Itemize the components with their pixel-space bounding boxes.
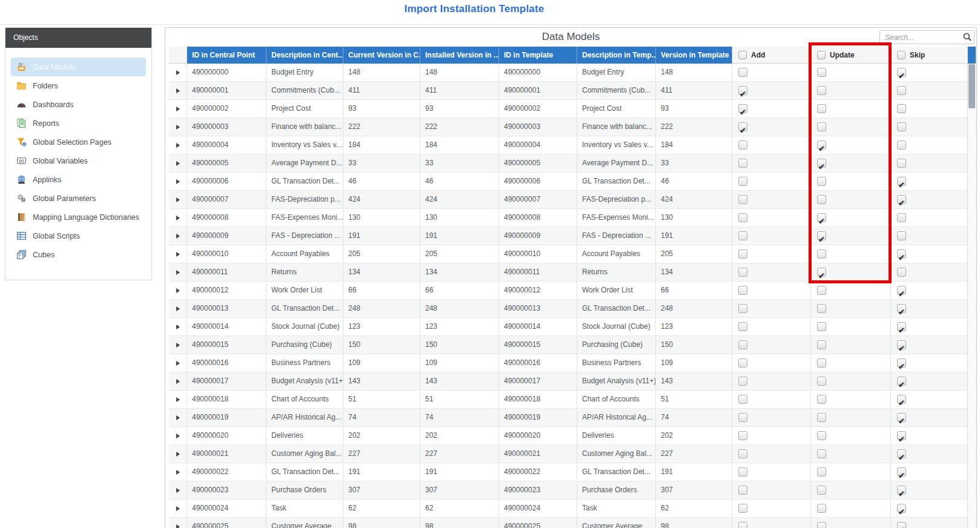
sidebar-item-cubes[interactable]: Cubes: [11, 245, 146, 264]
skip-checkbox[interactable]: [897, 104, 906, 113]
skip-checkbox[interactable]: [897, 231, 906, 240]
skip-checkbox[interactable]: [897, 322, 906, 331]
add-checkbox[interactable]: [738, 231, 747, 240]
row-expander[interactable]: [169, 481, 187, 499]
update-checkbox[interactable]: [817, 195, 826, 204]
row-expander[interactable]: [169, 64, 187, 81]
update-checkbox[interactable]: [817, 431, 826, 440]
update-checkbox[interactable]: [817, 413, 826, 422]
update-checkbox[interactable]: [817, 304, 826, 313]
add-checkbox[interactable]: [738, 322, 747, 331]
skip-checkbox[interactable]: [897, 140, 906, 150]
add-checkbox[interactable]: [738, 104, 747, 113]
skip-checkbox[interactable]: [897, 486, 906, 495]
col-header-installed-version[interactable]: Installed Version in ...: [420, 47, 499, 64]
update-checkbox[interactable]: [817, 140, 826, 150]
magnifier-icon[interactable]: [962, 32, 972, 42]
skip-checkbox[interactable]: [897, 68, 906, 77]
update-checkbox[interactable]: [817, 340, 826, 349]
sidebar-item-applinks[interactable]: Applinks: [11, 170, 146, 189]
row-expander[interactable]: [169, 191, 187, 208]
row-expander[interactable]: [169, 500, 187, 517]
row-expander[interactable]: [169, 463, 187, 481]
update-checkbox[interactable]: [817, 122, 826, 131]
row-expander[interactable]: [169, 318, 187, 335]
skip-checkbox[interactable]: [897, 467, 906, 477]
update-checkbox[interactable]: [817, 268, 826, 277]
skip-checkbox[interactable]: [897, 395, 906, 404]
col-header-version-template[interactable]: Version in Template: [656, 47, 732, 64]
col-header-current-version[interactable]: Current Version in C...: [343, 47, 420, 64]
add-header-checkbox[interactable]: [738, 51, 747, 59]
sidebar-item-reports[interactable]: Reports: [11, 114, 146, 133]
col-header-id-central-point[interactable]: ID in Central Point: [187, 47, 267, 64]
add-checkbox[interactable]: [738, 467, 747, 477]
sidebar-item-global-variables[interactable]: (x) Global Variables: [11, 151, 146, 170]
update-checkbox[interactable]: [817, 486, 826, 495]
row-expander[interactable]: [169, 209, 187, 226]
col-header-description-template[interactable]: Description in Temp...: [577, 47, 656, 64]
skip-checkbox[interactable]: [897, 268, 906, 277]
add-checkbox[interactable]: [738, 304, 747, 313]
add-checkbox[interactable]: [738, 395, 747, 404]
row-expander[interactable]: [169, 336, 187, 354]
add-checkbox[interactable]: [738, 213, 747, 222]
add-checkbox[interactable]: [738, 449, 747, 458]
scrollbar-thumb[interactable]: [968, 64, 975, 108]
add-checkbox[interactable]: [738, 504, 747, 513]
skip-checkbox[interactable]: [897, 377, 906, 386]
row-expander[interactable]: [169, 372, 187, 390]
row-expander[interactable]: [169, 100, 187, 117]
row-expander[interactable]: [169, 173, 187, 190]
sidebar-item-dashboards[interactable]: Dashboards: [11, 95, 146, 114]
add-checkbox[interactable]: [738, 68, 747, 77]
skip-checkbox[interactable]: [897, 504, 906, 513]
skip-checkbox[interactable]: [897, 195, 906, 204]
row-expander[interactable]: [169, 227, 187, 245]
row-expander[interactable]: [169, 445, 187, 463]
update-checkbox[interactable]: [817, 86, 826, 95]
row-expander[interactable]: [169, 354, 187, 372]
row-expander[interactable]: [169, 154, 187, 172]
sidebar-item-mapping-language-dictionaries[interactable]: Mapping Language Dictionaries: [11, 208, 146, 226]
sidebar-item-global-selection-pages[interactable]: Global Selection Pages: [11, 133, 146, 151]
update-checkbox[interactable]: [817, 213, 826, 222]
skip-checkbox[interactable]: [897, 413, 906, 422]
update-checkbox[interactable]: [817, 231, 826, 240]
add-checkbox[interactable]: [738, 486, 747, 495]
add-checkbox[interactable]: [738, 159, 747, 168]
add-checkbox[interactable]: [738, 268, 747, 277]
skip-checkbox[interactable]: [897, 449, 906, 458]
add-checkbox[interactable]: [738, 177, 747, 186]
row-expander[interactable]: [169, 245, 187, 263]
col-header-id-template[interactable]: ID in Template: [499, 47, 577, 64]
update-checkbox[interactable]: [817, 104, 826, 113]
add-checkbox[interactable]: [738, 249, 747, 259]
row-expander[interactable]: [169, 82, 187, 99]
row-expander[interactable]: [169, 263, 187, 281]
add-checkbox[interactable]: [738, 195, 747, 204]
update-checkbox[interactable]: [817, 159, 826, 168]
update-checkbox[interactable]: [817, 449, 826, 458]
row-expander[interactable]: [169, 282, 187, 299]
update-checkbox[interactable]: [817, 286, 826, 295]
add-checkbox[interactable]: [738, 431, 747, 440]
update-checkbox[interactable]: [817, 322, 826, 331]
add-checkbox[interactable]: [738, 86, 747, 95]
sidebar-item-folders[interactable]: Folders: [11, 76, 146, 95]
add-checkbox[interactable]: [738, 122, 747, 131]
row-expander[interactable]: [169, 518, 187, 528]
add-checkbox[interactable]: [738, 377, 747, 386]
update-checkbox[interactable]: [817, 358, 826, 368]
update-checkbox[interactable]: [817, 68, 826, 77]
skip-checkbox[interactable]: [897, 304, 906, 313]
skip-checkbox[interactable]: [897, 122, 906, 131]
skip-checkbox[interactable]: [897, 213, 906, 222]
update-checkbox[interactable]: [817, 467, 826, 477]
sidebar-item-data-models[interactable]: Data Models: [11, 58, 146, 76]
update-checkbox[interactable]: [817, 395, 826, 404]
search-input[interactable]: [879, 30, 975, 44]
update-checkbox[interactable]: [817, 504, 826, 513]
skip-checkbox[interactable]: [897, 431, 906, 440]
col-header-description-central[interactable]: Description in Cent...: [267, 47, 343, 64]
